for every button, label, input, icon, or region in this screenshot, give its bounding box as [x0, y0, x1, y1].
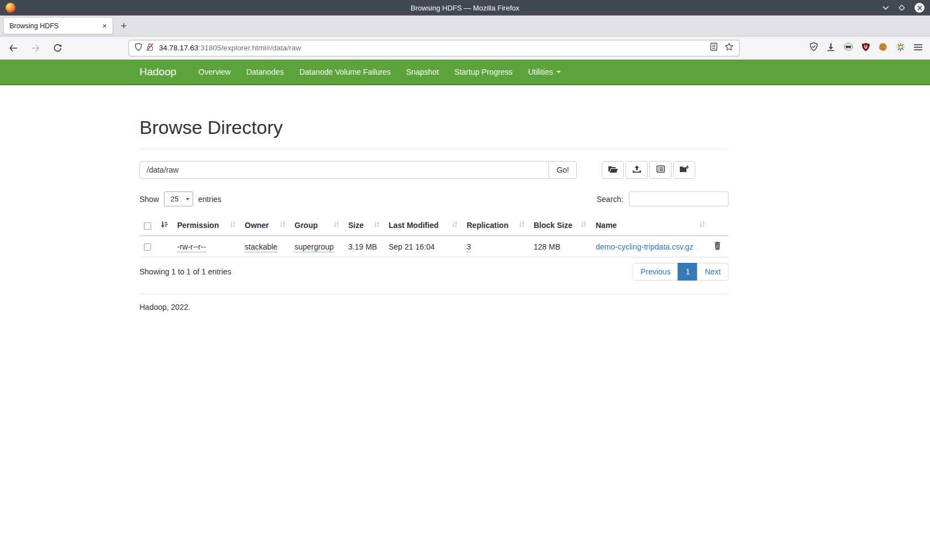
tab-title: Browsing HDFS	[9, 22, 100, 30]
column-header-name[interactable]: Name	[591, 215, 710, 236]
window-close-icon[interactable]	[914, 3, 924, 13]
last-modified-value: Sep 21 16:04	[389, 242, 435, 251]
browse-directory-page: Browse Directory Go!	[140, 117, 728, 312]
file-link[interactable]: demo-cycling-tripdata.csv.gz	[596, 242, 693, 251]
divider	[140, 149, 728, 149]
path-input[interactable]	[140, 161, 549, 179]
create-directory-button[interactable]	[673, 161, 695, 179]
open-folder-icon	[608, 165, 618, 175]
insecure-lock-icon[interactable]	[146, 43, 154, 54]
ublock-icon[interactable]	[862, 43, 870, 54]
sort-icon	[230, 221, 236, 230]
column-header-block-size[interactable]: Block Size	[529, 215, 591, 236]
navbar-brand[interactable]: Hadoop	[140, 66, 177, 78]
nav-item-utilities[interactable]: Utilities	[520, 68, 569, 76]
new-folder-icon	[680, 165, 689, 175]
footer-text: Hadoop, 2022.	[140, 303, 728, 312]
tab-browsing-hdfs[interactable]: Browsing HDFS ×	[3, 17, 113, 34]
sort-icon	[280, 221, 286, 230]
column-header-size[interactable]: Size	[344, 215, 384, 236]
nav-item-startup-progress[interactable]: Startup Progress	[447, 68, 520, 76]
column-header-owner[interactable]: Owner	[240, 215, 290, 236]
window-minimize-icon[interactable]	[882, 6, 889, 10]
forward-button[interactable]	[28, 40, 43, 56]
replication-value[interactable]: 3	[467, 242, 471, 252]
footer-divider	[140, 294, 728, 294]
column-header-last-modified[interactable]: Last Modified	[384, 215, 462, 236]
sort-icon	[519, 221, 525, 230]
column-header-actions	[710, 215, 728, 236]
url-text[interactable]: 34.78.17.63:31805/explorer.html#/data/ra…	[159, 44, 710, 52]
firefox-logo-icon	[6, 3, 16, 13]
block-size-value: 128 MB	[534, 242, 560, 251]
chevron-down-icon	[556, 71, 561, 73]
cut-paste-button[interactable]	[602, 161, 624, 179]
upload-icon	[633, 165, 641, 175]
upload-file-button[interactable]	[626, 161, 648, 179]
colorburst-extension-icon[interactable]	[896, 43, 905, 54]
reader-mode-icon[interactable]	[710, 43, 717, 53]
column-header-replication[interactable]: Replication	[462, 215, 529, 236]
file-table: Permission Owner Group Size Last Modifie…	[140, 215, 728, 257]
new-tab-button[interactable]: +	[114, 20, 133, 32]
downloads-icon[interactable]	[827, 43, 835, 54]
bookmark-star-icon[interactable]	[725, 43, 733, 53]
entries-summary: Showing 1 to 1 of 1 entries	[140, 267, 231, 276]
extension-mask-icon[interactable]	[844, 43, 853, 53]
nav-item-datanode-volume-failures[interactable]: Datanode Volume Failures	[292, 68, 399, 76]
url-bar[interactable]: 34.78.17.63:31805/explorer.html#/data/ra…	[128, 40, 740, 56]
set-quota-button[interactable]	[649, 161, 671, 179]
file-list-icon	[657, 165, 665, 175]
sort-active-icon	[161, 221, 168, 230]
browser-toolbar: 34.78.17.63:31805/explorer.html#/data/ra…	[0, 37, 930, 60]
trash-icon	[714, 242, 721, 251]
protections-shield-icon[interactable]	[809, 42, 818, 54]
table-row: -rw-r--r-- stackable supergroup 3.19 MB …	[140, 236, 728, 257]
sort-icon	[452, 221, 458, 230]
select-all-header[interactable]	[140, 215, 156, 236]
group-value[interactable]: supergroup	[294, 242, 334, 252]
table-header-row: Permission Owner Group Size Last Modifie…	[140, 215, 728, 236]
back-button[interactable]	[6, 40, 21, 56]
search-label: Search:	[597, 195, 623, 204]
sort-icon	[374, 221, 380, 230]
pagination: Previous 1 Next	[633, 263, 728, 281]
nav-item-overview[interactable]: Overview	[191, 68, 239, 76]
sort-icon	[581, 221, 587, 230]
previous-page-button[interactable]: Previous	[633, 263, 678, 281]
select-all-checkbox[interactable]	[144, 222, 151, 230]
entries-label: entries	[198, 195, 221, 204]
tab-close-icon[interactable]: ×	[100, 22, 109, 30]
go-button[interactable]: Go!	[549, 161, 577, 179]
active-sort-header[interactable]	[156, 215, 173, 236]
column-header-group[interactable]: Group	[290, 215, 344, 236]
menu-icon[interactable]	[914, 43, 922, 53]
tab-bar: Browsing HDFS × +	[0, 15, 930, 37]
window-titlebar: Browsing HDFS — Mozilla Firefox	[0, 0, 930, 15]
hadoop-navbar: Hadoop Overview Datanodes Datanode Volum…	[0, 60, 930, 85]
sort-icon	[333, 221, 339, 230]
page-1-button[interactable]: 1	[678, 263, 698, 281]
column-header-permission[interactable]: Permission	[173, 215, 240, 236]
show-label: Show	[140, 195, 159, 204]
chevron-down-icon	[186, 198, 189, 200]
nav-item-snapshot[interactable]: Snapshot	[399, 68, 447, 76]
search-input[interactable]	[629, 191, 728, 206]
url-path: :31805/explorer.html#/data/raw	[198, 44, 301, 52]
size-value: 3.19 MB	[348, 242, 377, 251]
next-page-button[interactable]: Next	[697, 263, 728, 281]
row-checkbox[interactable]	[144, 243, 151, 251]
entries-select[interactable]: 25	[164, 191, 193, 206]
sort-icon	[699, 221, 705, 230]
cookie-extension-icon[interactable]	[879, 43, 887, 54]
nav-item-datanodes[interactable]: Datanodes	[239, 68, 292, 76]
window-maximize-icon[interactable]	[898, 4, 906, 12]
reload-button[interactable]	[50, 40, 65, 56]
permission-value[interactable]: -rw-r--r--	[177, 242, 206, 252]
url-host: 34.78.17.63	[159, 44, 198, 52]
tracking-shield-icon[interactable]	[135, 43, 142, 54]
page-title: Browse Directory	[140, 117, 728, 138]
owner-value[interactable]: stackable	[245, 242, 277, 252]
delete-file-button[interactable]	[714, 242, 721, 251]
window-title: Browsing HDFS — Mozilla Firefox	[0, 4, 930, 12]
